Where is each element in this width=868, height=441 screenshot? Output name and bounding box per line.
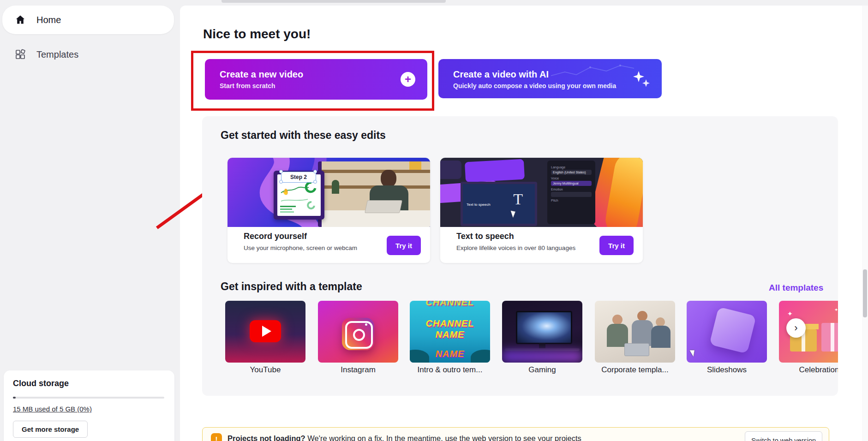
- templates-icon: [14, 48, 26, 60]
- panel-language-label: Language: [551, 166, 592, 169]
- create-ai-video-title: Create a video with AI: [453, 69, 549, 80]
- youtube-icon: [250, 320, 281, 342]
- clipchamp-home-screen: Home Templates Cloud storage 15 MB used …: [0, 0, 868, 441]
- banner-message-text: We're working on a fix. In the meantime,…: [307, 434, 581, 441]
- banner-message-bold: Projects not loading?: [227, 434, 305, 441]
- panel-voice-value: Jenny Multilingual: [551, 181, 592, 186]
- ai-card-decoration: [551, 62, 634, 80]
- hand-cursor-icon: 🤚: [282, 188, 289, 195]
- slide-square: [709, 307, 756, 354]
- warning-icon: !: [211, 433, 222, 441]
- glitch-text: NAME: [410, 329, 490, 340]
- webcam-photo: [318, 161, 430, 227]
- sparkle-decoration: ✦: [787, 310, 793, 317]
- text-to-speech-title: Text to speech: [456, 232, 514, 241]
- tile-label-youtube: YouTube: [225, 365, 305, 375]
- step-2-label: Step 2: [281, 172, 316, 183]
- gift-box: [821, 323, 838, 352]
- templates-heading: Get inspired with a template: [221, 280, 362, 293]
- sidebar-item-label: Templates: [36, 49, 78, 60]
- mouse-cursor-icon: [511, 209, 517, 218]
- tts-preview-frame: T Text to speech: [461, 182, 537, 226]
- tts-letter: T: [513, 191, 523, 208]
- scrollbar-thumb[interactable]: [863, 269, 867, 317]
- sparkles-icon: [631, 69, 652, 89]
- record-yourself-subtitle: Use your microphone, screen or webcam: [244, 244, 357, 251]
- template-tile-youtube[interactable]: [225, 301, 305, 363]
- template-tile-slideshows[interactable]: [687, 301, 767, 363]
- panel-language-value: English (United States): [551, 170, 592, 175]
- sidebar: Home Templates Cloud storage 15 MB used …: [0, 0, 180, 441]
- content-section: Get started with these easy edits: [202, 116, 838, 396]
- panel-voice-label: Voice: [551, 177, 592, 180]
- projects-warning-banner: ! Projects not loading? We're working on…: [202, 427, 829, 441]
- banner-message: Projects not loading? We're working on a…: [227, 434, 581, 441]
- gaming-monitor: [516, 311, 572, 344]
- text-to-speech-subtitle: Explore lifelike voices in over 80 langu…: [456, 244, 575, 251]
- all-templates-link[interactable]: All templates: [769, 283, 823, 293]
- tile-label-intro-outro: Intro & outro tem...: [410, 365, 490, 375]
- storage-usage-link[interactable]: 15 MB used of 5 GB (0%): [13, 405, 92, 413]
- easy-edits-heading: Get started with these easy edits: [221, 129, 386, 142]
- glitch-text: CHANNEL: [410, 318, 490, 329]
- template-tile-intro-outro[interactable]: CHANNEL CHANNEL NAME NAME: [410, 301, 490, 363]
- template-tile-gaming[interactable]: [502, 301, 582, 363]
- tts-frame-label: Text to speech: [467, 203, 491, 207]
- tts-settings-panel: Language English (United States) Voice J…: [547, 161, 595, 224]
- tile-label-gaming: Gaming: [502, 365, 582, 375]
- sidebar-item-templates[interactable]: Templates: [2, 42, 174, 66]
- tile-label-slideshows: Slideshows: [687, 365, 767, 375]
- text-to-speech-card[interactable]: T Text to speech Language English (Unite…: [440, 158, 643, 263]
- tile-label-instagram: Instagram: [318, 365, 398, 375]
- instagram-icon: [342, 318, 374, 350]
- template-tile-corporate[interactable]: [595, 301, 675, 363]
- create-video-with-ai-button[interactable]: Create a video with AI Quickly auto comp…: [438, 59, 662, 98]
- record-yourself-thumbnail: Step 2 🤚: [227, 158, 430, 227]
- glitch-text: CHANNEL: [410, 301, 490, 308]
- get-more-storage-button[interactable]: Get more storage: [13, 421, 88, 438]
- tile-label-corporate: Corporate templa...: [595, 365, 675, 375]
- home-icon: [14, 14, 26, 26]
- text-to-speech-thumbnail: T Text to speech Language English (Unite…: [440, 158, 643, 227]
- sidebar-item-label: Home: [36, 15, 61, 25]
- panel-pitch-label: Pitch: [551, 199, 592, 202]
- page-title: Nice to meet you!: [203, 27, 311, 42]
- record-yourself-card[interactable]: Step 2 🤚 Record yourself Use your microp…: [227, 158, 430, 263]
- scrolled-toast-remnant: [221, 0, 446, 3]
- record-try-it-button[interactable]: Try it: [387, 236, 421, 255]
- template-tile-instagram[interactable]: [318, 301, 398, 363]
- create-ai-video-subtitle: Quickly auto compose a video using your …: [453, 82, 616, 89]
- scrollbar-track[interactable]: [862, 6, 868, 441]
- mouse-cursor-icon: [690, 348, 697, 357]
- carousel-next-button[interactable]: ›: [786, 318, 806, 338]
- tile-label-celebration: Celebration: [779, 365, 838, 375]
- tts-try-it-button[interactable]: Try it: [599, 236, 634, 255]
- panel-emotion-label: Emotion: [551, 188, 592, 191]
- sidebar-item-home[interactable]: Home: [2, 6, 174, 34]
- cloud-storage-card: Cloud storage 15 MB used of 5 GB (0%) Ge…: [4, 370, 174, 441]
- sparkle-decoration: ✦: [834, 307, 838, 312]
- annotation-highlight-box: [191, 51, 434, 111]
- panel-emotion-value: [551, 192, 592, 197]
- cloud-storage-title: Cloud storage: [13, 379, 165, 388]
- storage-progress-bar: [13, 397, 164, 399]
- laptop: [624, 343, 649, 356]
- storage-progress-fill: [13, 397, 16, 399]
- switch-to-web-version-button[interactable]: Switch to web version: [745, 431, 822, 441]
- record-yourself-title: Record yourself: [244, 232, 307, 241]
- chart-overlay-frame: Step 2 🤚: [274, 171, 324, 220]
